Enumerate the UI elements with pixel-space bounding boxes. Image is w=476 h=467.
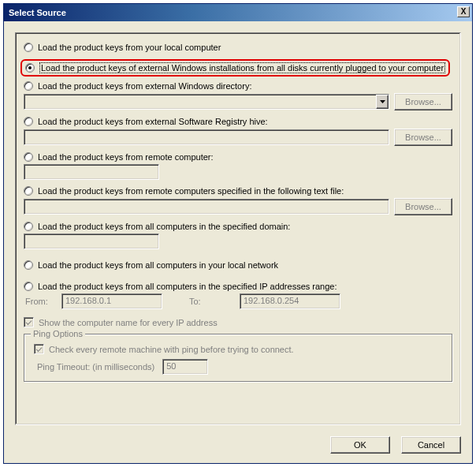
option-label: Load the product keys from external Wind… (38, 81, 251, 91)
ping-check-checkbox: Check every remote machine with ping bef… (34, 344, 445, 354)
highlight-annotation: Load the product keys of external Window… (20, 59, 450, 77)
options-panel: Load the product keys from your local co… (15, 32, 461, 425)
close-button[interactable]: X (457, 6, 470, 17)
browse-text-file-button: Browse... (394, 198, 452, 215)
svg-marker-0 (380, 100, 385, 103)
text-file-input (24, 199, 389, 215)
close-icon: X (461, 7, 467, 16)
option-label: Load the product keys from remote comput… (38, 152, 214, 162)
radio-icon (24, 222, 33, 231)
option-remote-computer[interactable]: Load the product keys from remote comput… (24, 152, 452, 162)
ip-from-input: 192.168.0.1 (61, 293, 162, 309)
ping-timeout-input: 50 (162, 359, 208, 375)
option-external-registry-hive[interactable]: Load the product keys from external Soft… (24, 117, 452, 126)
radio-icon (24, 186, 33, 196)
option-local-network[interactable]: Load the product keys from all computers… (24, 260, 452, 270)
groupbox-title: Ping Options (31, 329, 85, 338)
option-external-all-disks[interactable]: Load the product keys of external Window… (25, 62, 445, 73)
cancel-button[interactable]: Cancel (401, 436, 461, 454)
ping-options-group: Ping Options Check every remote machine … (24, 334, 452, 382)
checkbox-icon (24, 317, 34, 327)
chevron-down-icon (380, 100, 385, 103)
ping-timeout-row: Ping Timeout: (in milliseconds) 50 (37, 359, 445, 375)
browse-registry-hive-button: Browse... (394, 129, 452, 146)
window-title: Select Source (9, 8, 66, 17)
radio-icon (24, 43, 33, 52)
radio-icon (25, 63, 35, 73)
browse-windows-dir-button: Browse... (394, 93, 452, 110)
option-label: Load the product keys from all computers… (38, 260, 278, 270)
checkbox-icon (34, 344, 44, 354)
option-label: Load the product keys from all computers… (38, 222, 290, 231)
radio-icon (24, 282, 33, 291)
client-area: Load the product keys from your local co… (4, 21, 472, 463)
dialog-buttons: OK Cancel (330, 436, 461, 454)
option-label: Load the product keys from all computers… (38, 282, 337, 291)
ip-from-label: From: (25, 297, 61, 306)
domain-input (24, 234, 159, 249)
option-domain[interactable]: Load the product keys from all computers… (24, 222, 452, 231)
ping-timeout-label: Ping Timeout: (in milliseconds) (37, 362, 154, 372)
option-external-windows-dir[interactable]: Load the product keys from external Wind… (24, 81, 452, 91)
windows-dir-combo (24, 94, 389, 110)
title-bar: Select Source X (4, 4, 472, 21)
ok-button[interactable]: OK (330, 436, 390, 454)
radio-icon (24, 117, 33, 126)
remote-computer-input (24, 164, 159, 180)
option-local-computer[interactable]: Load the product keys from your local co… (24, 43, 452, 52)
show-computer-name-checkbox: Show the computer name for every IP addr… (24, 317, 452, 327)
ip-range-row: From: 192.168.0.1 To: 192.168.0.254 (25, 293, 452, 309)
option-label: Load the product keys from external Soft… (38, 117, 268, 126)
combo-dropdown-button[interactable] (376, 95, 389, 109)
option-label: Load the product keys from remote comput… (38, 186, 344, 196)
radio-icon (24, 81, 33, 91)
option-ip-range[interactable]: Load the product keys from all computers… (24, 282, 452, 291)
option-label: Load the product keys of external Window… (39, 62, 445, 73)
registry-hive-input (24, 129, 389, 145)
option-label: Load the product keys from your local co… (38, 43, 221, 52)
checkbox-label: Check every remote machine with ping bef… (49, 345, 294, 354)
ip-to-input: 192.168.0.254 (240, 293, 340, 309)
dialog-window: Select Source X Load the product keys fr… (3, 3, 473, 464)
option-remote-text-file[interactable]: Load the product keys from remote comput… (24, 186, 452, 196)
checkbox-label: Show the computer name for every IP addr… (39, 318, 218, 327)
ip-to-label: To: (189, 297, 240, 306)
radio-icon (24, 152, 33, 162)
radio-icon (24, 260, 33, 270)
